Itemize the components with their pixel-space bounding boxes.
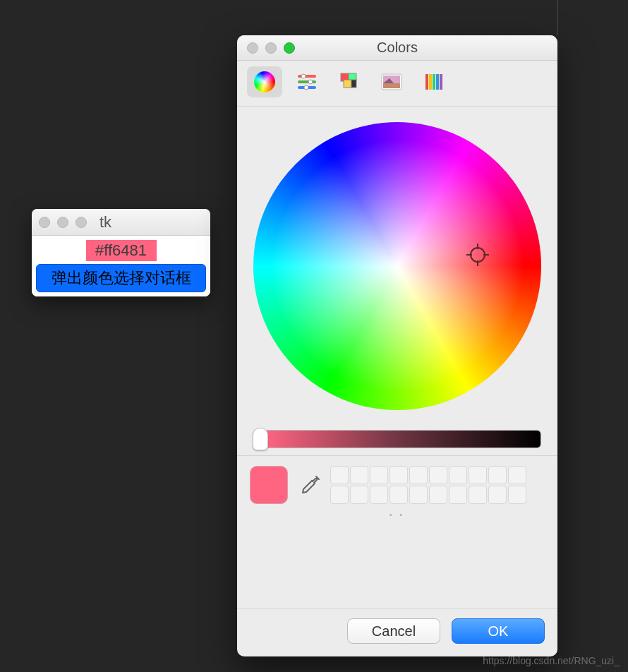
traffic-lights (247, 42, 295, 54)
color-wheel[interactable] (253, 122, 541, 410)
minimize-icon[interactable] (57, 217, 68, 228)
svg-rect-2 (298, 80, 316, 83)
svg-rect-19 (440, 74, 442, 90)
svg-point-6 (304, 85, 308, 90)
palettes-icon (337, 70, 361, 94)
tk-body: #ff6481 弹出颜色选择对话框 (32, 236, 210, 296)
tab-pencils[interactable] (416, 66, 452, 97)
colors-dialog: Colors (237, 35, 557, 656)
wheel-area (237, 107, 557, 455)
zoom-icon[interactable] (76, 217, 87, 228)
close-icon[interactable] (247, 42, 258, 54)
tk-title: tk (99, 213, 111, 232)
swatch-bar (237, 455, 557, 508)
colors-titlebar[interactable]: Colors (237, 35, 557, 61)
svg-rect-18 (436, 74, 439, 90)
brightness-knob[interactable] (253, 428, 268, 450)
tab-palettes[interactable] (332, 66, 367, 97)
eyedropper-icon[interactable] (298, 474, 320, 497)
tk-window: tk #ff6481 弹出颜色选择对话框 (32, 209, 210, 296)
svg-point-20 (471, 248, 485, 262)
color-wheel-icon (253, 70, 277, 94)
current-color-swatch[interactable] (250, 466, 288, 504)
minimize-icon[interactable] (265, 42, 277, 54)
svg-point-4 (301, 74, 306, 78)
svg-rect-9 (344, 80, 351, 88)
svg-rect-17 (433, 74, 435, 90)
svg-rect-10 (351, 80, 356, 88)
dialog-buttons: Cancel OK (237, 608, 557, 656)
traffic-lights (39, 217, 87, 228)
sliders-icon (295, 70, 319, 94)
pencils-icon (422, 70, 446, 94)
pager-dots: • • (237, 511, 557, 519)
tk-titlebar[interactable]: tk (32, 209, 210, 236)
brightness-slider[interactable] (253, 430, 541, 448)
saved-swatches-grid[interactable] (330, 466, 526, 504)
svg-rect-1 (298, 75, 316, 78)
tab-color-wheel[interactable] (247, 66, 282, 97)
image-icon (380, 70, 404, 94)
svg-rect-14 (383, 83, 400, 88)
svg-rect-16 (429, 74, 432, 90)
close-icon[interactable] (39, 217, 50, 228)
svg-rect-15 (425, 74, 428, 90)
open-color-dialog-button[interactable]: 弹出颜色选择对话框 (36, 264, 206, 292)
tab-image[interactable] (374, 66, 409, 97)
crosshair-icon (466, 244, 489, 266)
watermark-text: https://blog.csdn.net/RNG_uzi_ (483, 655, 620, 666)
ok-button[interactable]: OK (452, 618, 545, 644)
zoom-icon[interactable] (284, 42, 295, 54)
tab-sliders[interactable] (289, 66, 325, 97)
svg-point-5 (308, 80, 313, 84)
picker-mode-tabs (237, 61, 557, 107)
cancel-button[interactable]: Cancel (347, 618, 440, 644)
selected-hex-label: #ff6481 (86, 240, 157, 261)
